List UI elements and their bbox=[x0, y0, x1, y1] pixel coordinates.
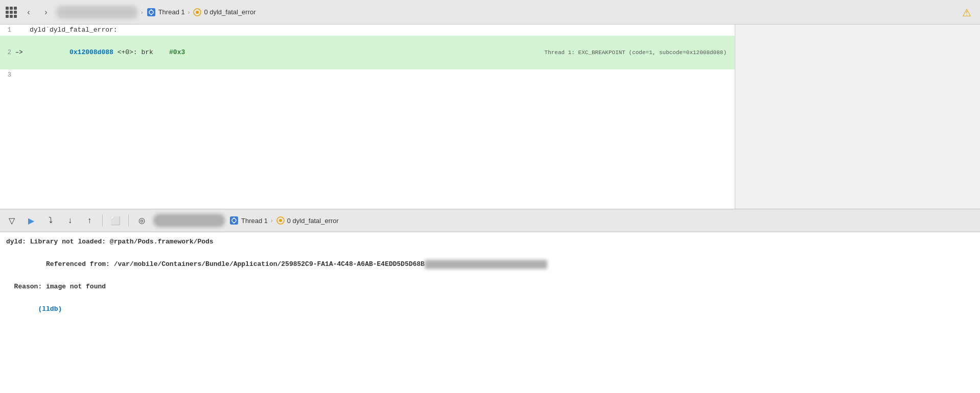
back-button[interactable]: ‹ bbox=[21, 5, 36, 19]
line-number-3: 3 bbox=[0, 69, 15, 81]
breadcrumb-chevron-1: › bbox=[141, 9, 143, 15]
code-line-1: 1 dyld`dyld_fatal_error: bbox=[0, 24, 735, 36]
layout-icon: ⬜ bbox=[110, 216, 121, 226]
step-out-icon: ↑ bbox=[87, 216, 91, 225]
bottom-thread-label: Thread 1 bbox=[241, 217, 268, 225]
chevron-down-icon: ▽ bbox=[9, 216, 15, 226]
console-line-3: Reason: image not found bbox=[6, 281, 974, 292]
continue-button[interactable]: ▶ bbox=[24, 213, 39, 228]
address-value: 0x12008d088 bbox=[69, 48, 113, 56]
svg-point-5 bbox=[196, 11, 199, 14]
thread-icon bbox=[146, 7, 156, 17]
blurred-bottom-pill bbox=[153, 214, 225, 227]
lldb-prompt: (lldb) bbox=[38, 305, 62, 313]
toolbar-separator-1 bbox=[102, 214, 103, 227]
console-line-1: dyld: Library not loaded: @rpath/Pods.fr… bbox=[6, 236, 974, 248]
toggle-console-button[interactable]: ▽ bbox=[4, 213, 19, 228]
blurred-path-overlay bbox=[425, 260, 547, 269]
line-arrow-2: –> bbox=[15, 47, 28, 58]
line-code-2: 0x12008d088 <+0>: brk #0x3 bbox=[28, 36, 541, 69]
step-out-button[interactable]: ↑ bbox=[82, 213, 97, 228]
console-panel: dyld: Library not loaded: @rpath/Pods.fr… bbox=[0, 232, 980, 393]
step-in-icon: ↓ bbox=[68, 216, 72, 225]
svg-point-11 bbox=[279, 219, 282, 222]
blurred-context-pill bbox=[56, 6, 138, 19]
code-line-3: 3 bbox=[0, 69, 735, 81]
step-in-button[interactable]: ↓ bbox=[62, 213, 78, 228]
console-line-2: Referenced from: /var/mobile/Containers/… bbox=[6, 248, 974, 281]
code-lines[interactable]: 1 dyld`dyld_fatal_error: 2 –> 0x12008d08… bbox=[0, 24, 735, 209]
bottom-layout: ▽ ▶ ⤵ ↓ ↑ ⬜ ◎ bbox=[0, 209, 980, 393]
location-icon: ◎ bbox=[138, 216, 145, 225]
step-over-icon: ⤵ bbox=[49, 216, 53, 225]
step-over-button[interactable]: ⤵ bbox=[43, 213, 58, 228]
console-line-4: (lldb) bbox=[6, 292, 974, 326]
grid-menu-button[interactable] bbox=[4, 5, 18, 19]
warning-button[interactable] bbox=[960, 4, 976, 20]
offset-label: <+0>: brk bbox=[113, 48, 153, 56]
warning-triangle-icon bbox=[962, 7, 973, 18]
console-line-2-prefix: Referenced from: /var/mobile/Containers/… bbox=[38, 260, 425, 268]
code-panel: 1 dyld`dyld_fatal_error: 2 –> 0x12008d08… bbox=[0, 24, 735, 209]
line-number-1: 1 bbox=[0, 24, 15, 36]
console-output[interactable]: dyld: Library not loaded: @rpath/Pods.fr… bbox=[0, 232, 980, 393]
bottom-thread-icon bbox=[229, 215, 239, 226]
line-code-1: dyld`dyld_fatal_error: bbox=[28, 24, 735, 36]
breadcrumb: › Thread 1 › 0 dyld_fatal_error bbox=[56, 6, 256, 19]
bottom-function-gear-icon bbox=[276, 216, 285, 225]
breadcrumb-chevron-2: › bbox=[188, 9, 190, 15]
right-sidebar bbox=[735, 24, 980, 209]
code-line-2: 2 –> 0x12008d088 <+0>: brk #0x3 Thread 1… bbox=[0, 36, 735, 69]
line-number-2: 2 bbox=[0, 47, 15, 58]
forward-button[interactable]: › bbox=[39, 5, 53, 19]
continue-icon: ▶ bbox=[28, 216, 34, 226]
bottom-toolbar: ▽ ▶ ⤵ ↓ ↑ ⬜ ◎ bbox=[0, 209, 980, 232]
function-name: 0 dyld_fatal_error bbox=[204, 8, 255, 16]
toolbar-separator-2 bbox=[128, 214, 129, 227]
top-toolbar: ‹ › › Thread 1 › 0 dyld_fatal_error bbox=[0, 0, 980, 24]
thread-exception-badge: Thread 1: EXC_BREAKPOINT (code=1, subcod… bbox=[541, 46, 735, 59]
bottom-breadcrumb: Thread 1 › 0 dyld_fatal_error bbox=[229, 215, 339, 226]
bottom-function-name: 0 dyld_fatal_error bbox=[287, 217, 339, 225]
main-content: 1 dyld`dyld_fatal_error: 2 –> 0x12008d08… bbox=[0, 24, 980, 209]
thread-label: Thread 1 bbox=[158, 8, 185, 16]
bottom-breadcrumb-chevron: › bbox=[271, 217, 273, 224]
grid-icon bbox=[6, 7, 17, 18]
layout-button[interactable]: ⬜ bbox=[108, 213, 123, 228]
location-button[interactable]: ◎ bbox=[134, 213, 149, 228]
function-gear-icon bbox=[193, 8, 202, 17]
instruction-arg: #0x3 bbox=[153, 48, 185, 56]
